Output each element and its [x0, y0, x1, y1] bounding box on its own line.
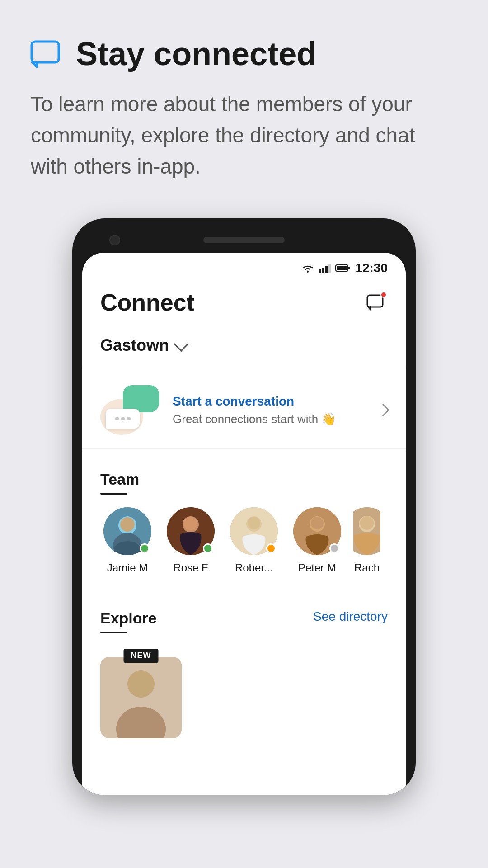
battery-icon	[335, 264, 351, 273]
status-indicator-green	[140, 543, 150, 553]
typing-dot-2	[121, 417, 125, 420]
conversation-text: Start a conversation Great connections s…	[173, 394, 365, 426]
team-members-row: Jamie M	[100, 507, 388, 574]
svg-rect-3	[322, 268, 324, 273]
bubble-green	[123, 385, 159, 412]
svg-rect-7	[337, 266, 347, 270]
member-name: Rose F	[173, 561, 208, 574]
status-indicator-green	[203, 543, 213, 553]
svg-rect-0	[32, 42, 59, 62]
svg-point-20	[248, 517, 260, 529]
svg-rect-5	[328, 264, 331, 273]
member-name: Rach	[354, 561, 380, 574]
chat-icon	[29, 38, 61, 71]
team-section: Team	[82, 454, 406, 588]
typing-dot-3	[127, 417, 131, 420]
phone-screen: 12:30 Connect Gastown	[82, 253, 406, 795]
svg-point-13	[120, 517, 135, 532]
start-conversation-subtitle: Great connections start with 👋	[173, 412, 365, 426]
svg-rect-4	[325, 266, 328, 273]
title-row: Stay connected	[27, 36, 461, 72]
list-item[interactable]: Jamie M	[100, 507, 155, 574]
phone-speaker	[203, 237, 285, 243]
avatar	[230, 507, 278, 555]
svg-point-28	[127, 670, 155, 698]
status-indicator-orange	[266, 543, 276, 553]
avatar-image-rach	[353, 507, 380, 555]
wifi-icon	[301, 263, 314, 273]
notification-button[interactable]	[364, 291, 388, 314]
phone-frame: 12:30 Connect Gastown	[72, 218, 416, 795]
location-name: Gastown	[100, 336, 169, 355]
bubble-white	[106, 409, 140, 429]
page-subtitle: To learn more about the members of your …	[31, 89, 419, 182]
explore-title-underline	[100, 632, 127, 633]
conversation-art	[100, 385, 159, 435]
app-header: Connect	[82, 280, 406, 325]
svg-point-23	[311, 517, 324, 529]
avatar	[293, 507, 341, 555]
member-name: Rober...	[235, 561, 273, 574]
team-title-wrapper: Team	[100, 471, 139, 495]
explore-cards-row: NEW	[100, 646, 388, 738]
status-time: 12:30	[355, 261, 388, 275]
chevron-down-icon	[174, 336, 189, 352]
explore-section-title: Explore	[100, 609, 157, 627]
svg-point-26	[360, 516, 374, 530]
chat-icon-wrapper	[27, 36, 63, 72]
start-conversation-title: Start a conversation	[173, 394, 365, 409]
phone-wrapper: 12:30 Connect Gastown	[27, 218, 461, 841]
member-name: Jamie M	[107, 561, 148, 574]
new-badge: NEW	[124, 649, 159, 663]
team-section-title: Team	[100, 471, 139, 488]
typing-dot-1	[115, 417, 119, 420]
conversation-card[interactable]: Start a conversation Great connections s…	[82, 372, 406, 449]
phone-top-bar	[82, 231, 406, 249]
team-title-underline	[100, 493, 127, 495]
app-title: Connect	[100, 289, 194, 316]
list-item[interactable]: Rober...	[227, 507, 281, 574]
phone-camera	[109, 235, 120, 245]
status-indicator-grey	[329, 543, 339, 553]
explore-card-new[interactable]: NEW	[100, 657, 182, 738]
header-section: Stay connected To learn more about the m…	[27, 36, 461, 182]
member-name: Peter M	[298, 561, 336, 574]
avatar-svg-rach	[353, 507, 380, 555]
list-item[interactable]: Rach	[353, 507, 380, 574]
status-bar: 12:30	[82, 253, 406, 280]
svg-rect-2	[319, 269, 321, 273]
team-section-header: Team	[100, 471, 388, 495]
svg-point-1	[307, 271, 309, 273]
chevron-right-icon	[377, 404, 389, 416]
svg-point-17	[184, 517, 197, 530]
location-selector[interactable]: Gastown	[82, 325, 406, 366]
page-title: Stay connected	[76, 36, 316, 72]
svg-rect-9	[367, 295, 383, 307]
see-directory-link[interactable]: See directory	[313, 609, 388, 624]
list-item[interactable]: Peter M	[290, 507, 344, 574]
explore-card-image	[100, 657, 182, 738]
svg-rect-8	[348, 267, 350, 269]
notification-dot	[380, 292, 387, 298]
list-item[interactable]: Rose F	[164, 507, 218, 574]
avatar	[103, 507, 151, 555]
page-container: Stay connected To learn more about the m…	[0, 0, 488, 868]
status-icons: 12:30	[301, 261, 388, 275]
avatar	[167, 507, 215, 555]
explore-title-wrapper: Explore	[100, 609, 157, 633]
explore-header: Explore See directory	[100, 609, 388, 633]
explore-section: Explore See directory NEW	[82, 593, 406, 752]
avatar	[353, 507, 380, 555]
signal-icon	[319, 263, 331, 273]
